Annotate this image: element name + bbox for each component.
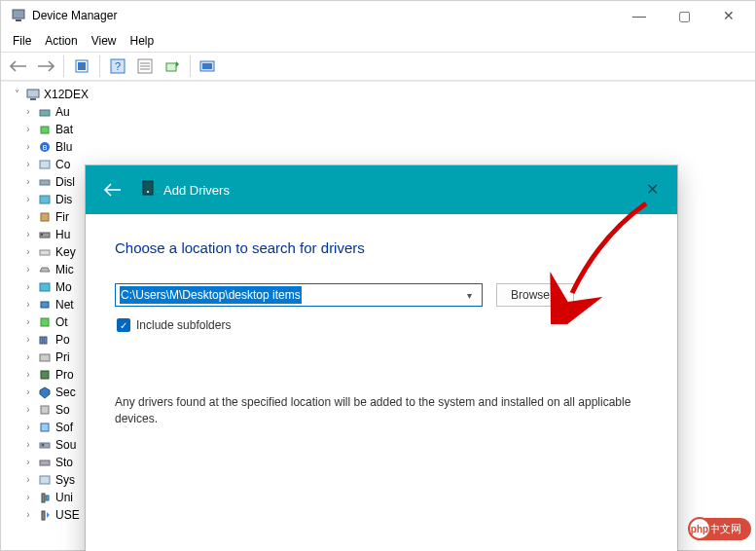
tree-item-label: Fir bbox=[55, 208, 69, 226]
wizard-close-button[interactable]: ✕ bbox=[632, 171, 671, 206]
svg-point-24 bbox=[41, 234, 43, 236]
tree-item-label: Co bbox=[55, 156, 70, 173]
svg-rect-40 bbox=[46, 496, 49, 500]
driver-path-value: C:\Users\M\Desktop\desktop items bbox=[120, 286, 302, 304]
wizard-back-button[interactable] bbox=[99, 176, 126, 203]
svg-rect-28 bbox=[41, 318, 49, 326]
menu-help[interactable]: Help bbox=[125, 32, 161, 50]
svg-rect-34 bbox=[41, 423, 49, 431]
expand-icon[interactable]: › bbox=[22, 103, 34, 121]
tree-item-label: Pro bbox=[55, 366, 74, 384]
tree-root-node[interactable]: ˅ X12DEX bbox=[11, 86, 751, 103]
expand-icon[interactable]: › bbox=[22, 191, 34, 208]
svg-rect-38 bbox=[40, 476, 50, 484]
device-category-icon bbox=[38, 280, 52, 294]
update-driver-button[interactable] bbox=[161, 55, 184, 78]
tree-item[interactable]: ›Au bbox=[22, 103, 751, 121]
help-button[interactable]: ? bbox=[106, 55, 129, 78]
expand-icon[interactable]: › bbox=[22, 313, 34, 331]
device-category-icon bbox=[38, 245, 52, 259]
collapse-icon[interactable]: ˅ bbox=[11, 86, 22, 103]
wizard-heading: Choose a location to search for drivers bbox=[115, 239, 648, 256]
device-category-icon bbox=[38, 210, 52, 224]
svg-rect-14 bbox=[30, 98, 36, 100]
expand-icon[interactable]: › bbox=[22, 436, 34, 454]
svg-rect-29 bbox=[40, 337, 43, 344]
tree-item[interactable]: ›BBlu bbox=[22, 138, 751, 156]
menu-view[interactable]: View bbox=[86, 32, 123, 50]
browse-button[interactable]: Browse... bbox=[496, 283, 574, 307]
tree-item-label: Bat bbox=[55, 121, 73, 138]
menu-file[interactable]: File bbox=[7, 32, 37, 50]
expand-icon[interactable]: › bbox=[22, 454, 34, 471]
svg-rect-1 bbox=[16, 19, 21, 21]
expand-icon[interactable]: › bbox=[22, 366, 34, 384]
expand-icon[interactable]: › bbox=[22, 384, 34, 401]
device-category-icon bbox=[38, 315, 52, 329]
window-title: Device Manager bbox=[32, 9, 617, 22]
expand-icon[interactable]: › bbox=[22, 278, 34, 296]
expand-icon[interactable]: › bbox=[22, 243, 34, 261]
scan-hardware-button[interactable] bbox=[197, 55, 220, 78]
expand-icon[interactable]: › bbox=[22, 156, 34, 173]
svg-rect-31 bbox=[40, 354, 50, 361]
nav-back-button[interactable] bbox=[7, 55, 30, 78]
device-category-icon: B bbox=[38, 140, 52, 154]
device-category-icon bbox=[38, 350, 52, 364]
svg-point-43 bbox=[147, 191, 149, 193]
device-category-icon bbox=[38, 105, 52, 119]
expand-icon[interactable]: › bbox=[22, 419, 34, 436]
expand-icon[interactable]: › bbox=[22, 489, 34, 506]
expand-icon[interactable]: › bbox=[22, 471, 34, 489]
show-hidden-button[interactable] bbox=[70, 55, 93, 78]
expand-icon[interactable]: › bbox=[22, 226, 34, 243]
tree-item-label: Pri bbox=[55, 349, 70, 366]
device-category-icon bbox=[38, 368, 52, 382]
expand-icon[interactable]: › bbox=[22, 173, 34, 191]
expand-icon[interactable]: › bbox=[22, 331, 34, 349]
maximize-button[interactable]: ▢ bbox=[662, 1, 706, 30]
expand-icon[interactable]: › bbox=[22, 121, 34, 138]
tree-item-label: Key bbox=[55, 243, 76, 261]
svg-rect-33 bbox=[41, 406, 49, 414]
svg-rect-35 bbox=[40, 443, 50, 448]
expand-icon[interactable]: › bbox=[22, 208, 34, 226]
tree-item-label: Mo bbox=[55, 278, 72, 296]
expand-icon[interactable]: › bbox=[22, 261, 34, 278]
menu-action[interactable]: Action bbox=[39, 32, 83, 50]
tree-item[interactable]: ›Bat bbox=[22, 121, 751, 138]
svg-point-36 bbox=[42, 444, 45, 447]
device-category-icon bbox=[38, 263, 52, 276]
menubar: File Action View Help bbox=[1, 30, 755, 52]
device-category-icon bbox=[38, 158, 52, 171]
wizard-body: Choose a location to search for drivers … bbox=[86, 214, 677, 551]
wizard-header: Add Drivers ✕ bbox=[86, 165, 677, 214]
expand-icon[interactable]: › bbox=[22, 349, 34, 366]
device-category-icon bbox=[38, 386, 52, 399]
svg-rect-21 bbox=[40, 196, 50, 203]
svg-rect-15 bbox=[40, 110, 50, 116]
tree-root-label: X12DEX bbox=[44, 86, 89, 103]
expand-icon[interactable]: › bbox=[22, 401, 34, 419]
expand-icon[interactable]: › bbox=[22, 138, 34, 156]
svg-rect-30 bbox=[44, 337, 47, 344]
tree-item-label: Uni bbox=[55, 489, 73, 506]
svg-rect-16 bbox=[41, 127, 49, 133]
device-category-icon bbox=[38, 175, 52, 189]
nav-forward-button[interactable] bbox=[34, 55, 57, 78]
tree-item-label: Sto bbox=[55, 454, 73, 471]
svg-rect-19 bbox=[40, 161, 50, 168]
expand-icon[interactable]: › bbox=[22, 506, 34, 524]
device-category-icon bbox=[38, 421, 52, 434]
minimize-button[interactable]: — bbox=[617, 1, 662, 30]
include-subfolders-checkbox[interactable]: ✓ bbox=[117, 318, 130, 332]
tree-item-label: Po bbox=[55, 331, 70, 349]
close-button[interactable]: ✕ bbox=[706, 1, 751, 30]
expand-icon[interactable]: › bbox=[22, 296, 34, 313]
driver-path-combobox[interactable]: C:\Users\M\Desktop\desktop items ▾ bbox=[115, 283, 483, 307]
computer-icon bbox=[26, 88, 40, 101]
device-category-icon bbox=[38, 403, 52, 417]
tree-item-label: So bbox=[55, 401, 70, 419]
chevron-down-icon[interactable]: ▾ bbox=[460, 290, 478, 301]
properties-button[interactable] bbox=[133, 55, 157, 78]
